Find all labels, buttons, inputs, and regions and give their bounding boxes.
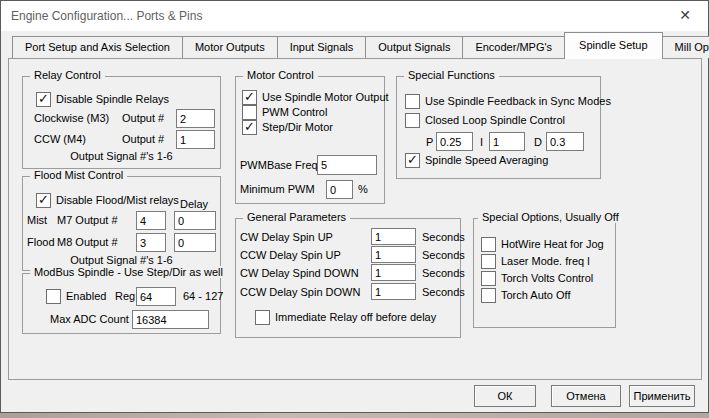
mist-output-input[interactable] xyxy=(136,211,166,230)
minimum-pwm-label: Minimum PWM xyxy=(240,183,315,195)
minimum-pwm-input[interactable] xyxy=(326,180,353,199)
tab-output-signals[interactable]: Output Signals xyxy=(365,36,463,58)
modbus-enabled-checkbox[interactable] xyxy=(46,289,61,304)
mist-m7-output-label: M7 Output # xyxy=(57,214,118,226)
immediate-relay-off-label: Immediate Relay off before delay xyxy=(275,311,436,323)
relay-control-group: Relay Control Disable Spindle Relays Clo… xyxy=(22,76,221,169)
cw-delay-spind-down-unit: Seconds xyxy=(422,267,465,279)
pid-p-input[interactable] xyxy=(436,132,473,151)
pid-p-label: P xyxy=(426,136,433,148)
mist-delay-input[interactable] xyxy=(174,211,216,230)
spindle-feedback-checkbox[interactable] xyxy=(405,94,420,109)
close-button[interactable]: ✕ xyxy=(664,1,706,31)
general-parameters-group: General Parameters CW Delay Spin UP Seco… xyxy=(235,218,461,338)
disable-spindle-relays-label: Disable Spindle Relays xyxy=(56,93,169,105)
tab-mill-options[interactable]: Mill Options xyxy=(662,36,709,58)
engine-configuration-dialog: Engine Configuration... Ports & Pins ✕ P… xyxy=(0,0,709,413)
close-icon: ✕ xyxy=(679,7,691,23)
window-title: Engine Configuration... Ports & Pins xyxy=(11,1,202,31)
pid-d-input[interactable] xyxy=(546,132,584,151)
ccw-output-label: Output # xyxy=(122,133,164,145)
laser-mode-freq-checkbox[interactable] xyxy=(481,254,496,269)
disable-flood-mist-relays-checkbox[interactable] xyxy=(36,193,51,208)
max-adc-count-label: Max ADC Count xyxy=(50,313,129,325)
torch-volts-control-checkbox[interactable] xyxy=(481,271,496,286)
cancel-button[interactable]: Отмена xyxy=(551,385,621,407)
cw-delay-spin-up-unit: Seconds xyxy=(422,231,465,243)
closed-loop-spindle-checkbox[interactable] xyxy=(405,113,420,128)
cw-delay-spin-up-label: CW Delay Spin UP xyxy=(240,231,333,243)
disable-flood-mist-relays-label: Disable Flood/Mist relays xyxy=(56,194,179,206)
laser-mode-freq-label: Laser Mode. freq l xyxy=(501,255,590,267)
tab-motor-outputs[interactable]: Motor Outputs xyxy=(182,36,278,58)
delay-column-header: Delay xyxy=(180,198,208,210)
modbus-enabled-label: Enabled xyxy=(66,290,106,302)
pwmbase-freq-label: PWMBase Freq. xyxy=(240,159,321,171)
ccw-delay-spin-up-label: CCW Delay Spin UP xyxy=(240,249,341,261)
hotwire-heat-for-jog-checkbox[interactable] xyxy=(481,237,496,252)
clockwise-output-input[interactable] xyxy=(176,109,215,128)
ccw-delay-spin-down-label: CCW Delay Spin DOWN xyxy=(240,286,360,298)
special-functions-group-title: Special Functions xyxy=(404,69,499,81)
special-functions-group: Special Functions Use Spindle Feedback i… xyxy=(396,76,601,179)
pid-i-input[interactable] xyxy=(489,132,525,151)
use-spindle-motor-output-label: Use Spindle Motor Output xyxy=(262,91,389,103)
ccw-delay-spin-up-input[interactable] xyxy=(371,246,416,263)
max-adc-count-input[interactable] xyxy=(132,310,209,329)
titlebar: Engine Configuration... Ports & Pins ✕ xyxy=(1,1,708,31)
pid-i-label: I xyxy=(480,136,483,148)
hotwire-heat-for-jog-label: HotWire Heat for Jog xyxy=(501,238,604,250)
torch-auto-off-checkbox[interactable] xyxy=(481,288,496,303)
flood-output-input[interactable] xyxy=(136,233,166,252)
tab-spindle-setup[interactable]: Spindle Setup xyxy=(564,32,663,59)
tab-port-setup-and-axis-selection[interactable]: Port Setup and Axis Selection xyxy=(12,36,183,58)
tab-encoder-mpgs[interactable]: Encoder/MPG's xyxy=(462,36,565,58)
ccw-output-input[interactable] xyxy=(176,130,215,149)
modbus-group-title: ModBus Spindle - Use Step/Dir as well xyxy=(30,266,227,278)
pwm-control-checkbox[interactable] xyxy=(242,105,257,120)
tab-input-signals[interactable]: Input Signals xyxy=(277,36,367,58)
flood-label: Flood xyxy=(27,236,55,248)
clockwise-output-label: Output # xyxy=(122,112,164,124)
pwmbase-freq-input[interactable] xyxy=(317,155,377,175)
cw-delay-spin-up-input[interactable] xyxy=(371,228,416,245)
flood-mist-group-title: Flood Mist Control xyxy=(30,169,127,181)
ccw-delay-spin-down-input[interactable] xyxy=(371,283,416,300)
ccw-m4-label: CCW (M4) xyxy=(34,133,86,145)
relay-control-group-title: Relay Control xyxy=(30,69,105,81)
tab-bar: Port Setup and Axis Selection Motor Outp… xyxy=(12,32,709,58)
cw-delay-spind-down-label: CW Delay Spind DOWN xyxy=(240,267,359,279)
modbus-reg-input[interactable] xyxy=(136,287,176,306)
clockwise-m3-label: Clockwise (M3) xyxy=(34,112,109,124)
pid-d-label: D xyxy=(534,136,542,148)
spindle-speed-averaging-checkbox[interactable] xyxy=(405,153,420,168)
torch-volts-control-label: Torch Volts Control xyxy=(501,272,593,284)
mist-label: Mist xyxy=(27,214,47,226)
modbus-reg-range-label: 64 - 127 xyxy=(183,290,223,302)
spindle-feedback-label: Use Spindle Feedback in Sync Modes xyxy=(425,95,611,107)
flood-delay-input[interactable] xyxy=(174,233,216,252)
disable-spindle-relays-checkbox[interactable] xyxy=(36,92,51,107)
ccw-delay-spin-up-unit: Seconds xyxy=(422,249,465,261)
ccw-delay-spin-down-unit: Seconds xyxy=(422,286,465,298)
flood-m8-output-label: M8 Output # xyxy=(57,236,118,248)
apply-button[interactable]: Применить xyxy=(629,385,695,407)
modbus-reg-label: Reg xyxy=(115,290,135,302)
spindle-speed-averaging-label: Spindle Speed Averaging xyxy=(425,154,548,166)
minimum-pwm-unit-label: % xyxy=(358,183,368,195)
flood-mist-control-group: Flood Mist Control Disable Flood/Mist re… xyxy=(22,176,221,271)
relay-output-signal-range-label: Output Signal #'s 1-6 xyxy=(23,150,220,162)
motor-control-group-title: Motor Control xyxy=(243,69,318,81)
immediate-relay-off-checkbox[interactable] xyxy=(255,310,270,325)
cw-delay-spind-down-input[interactable] xyxy=(371,264,416,281)
ok-button[interactable]: ОК xyxy=(474,385,536,407)
special-options-group: Special Options, Usually Off HotWire Hea… xyxy=(473,218,616,328)
use-spindle-motor-output-checkbox[interactable] xyxy=(242,90,257,105)
step-dir-motor-label: Step/Dir Motor xyxy=(262,121,333,133)
step-dir-motor-checkbox[interactable] xyxy=(242,120,257,135)
closed-loop-spindle-label: Closed Loop Spindle Control xyxy=(425,114,565,126)
torch-auto-off-label: Torch Auto Off xyxy=(501,289,571,301)
special-options-group-title: Special Options, Usually Off xyxy=(478,211,623,223)
motor-control-group: Motor Control Use Spindle Motor Output P… xyxy=(235,76,385,204)
modbus-spindle-group: ModBus Spindle - Use Step/Dir as well En… xyxy=(22,273,221,334)
